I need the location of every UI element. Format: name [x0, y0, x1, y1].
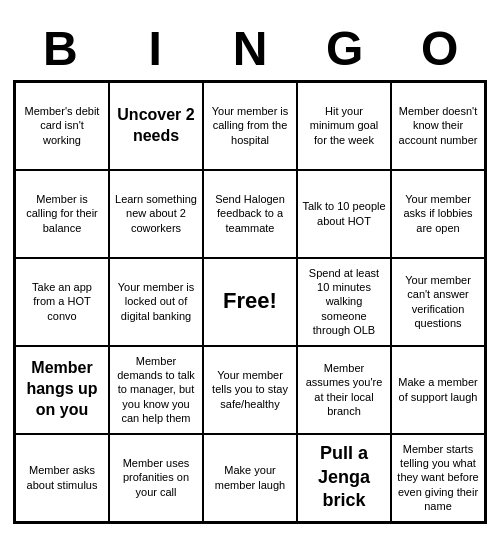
bingo-cell-5: Member is calling for their balance [15, 170, 109, 258]
bingo-cell-15: Member hangs up on you [15, 346, 109, 434]
bingo-cell-23: Pull a Jenga brick [297, 434, 391, 522]
bingo-cell-11: Your member is locked out of digital ban… [109, 258, 203, 346]
bingo-card: BINGO Member's debit card isn't workingU… [5, 13, 495, 532]
bingo-cell-10: Take an app from a HOT convo [15, 258, 109, 346]
bingo-cell-22: Make your member laugh [203, 434, 297, 522]
bingo-cell-20: Member asks about stimulus [15, 434, 109, 522]
bingo-cell-24: Member starts telling you what they want… [391, 434, 485, 522]
bingo-grid: Member's debit card isn't workingUncover… [13, 80, 487, 524]
bingo-cell-4: Member doesn't know their account number [391, 82, 485, 170]
bingo-letter-b: B [16, 21, 104, 76]
bingo-cell-7: Send Halogen feedback to a teammate [203, 170, 297, 258]
bingo-cell-0: Member's debit card isn't working [15, 82, 109, 170]
bingo-cell-8: Talk to 10 people about HOT [297, 170, 391, 258]
bingo-title: BINGO [13, 21, 487, 76]
bingo-cell-6: Learn something new about 2 coworkers [109, 170, 203, 258]
bingo-cell-17: Your member tells you to stay safe/healt… [203, 346, 297, 434]
bingo-cell-16: Member demands to talk to manager, but y… [109, 346, 203, 434]
bingo-cell-21: Member uses profanities on your call [109, 434, 203, 522]
bingo-cell-12: Free! [203, 258, 297, 346]
bingo-letter-n: N [206, 21, 294, 76]
bingo-cell-1: Uncover 2 needs [109, 82, 203, 170]
bingo-cell-3: Hit your minimum goal for the week [297, 82, 391, 170]
bingo-letter-i: I [111, 21, 199, 76]
bingo-cell-19: Make a member of support laugh [391, 346, 485, 434]
bingo-cell-9: Your member asks if lobbies are open [391, 170, 485, 258]
bingo-letter-g: G [301, 21, 389, 76]
bingo-letter-o: O [396, 21, 484, 76]
bingo-cell-18: Member assumes you're at their local bra… [297, 346, 391, 434]
bingo-cell-2: Your member is calling from the hospital [203, 82, 297, 170]
bingo-cell-13: Spend at least 10 minutes walking someon… [297, 258, 391, 346]
bingo-cell-14: Your member can't answer verification qu… [391, 258, 485, 346]
